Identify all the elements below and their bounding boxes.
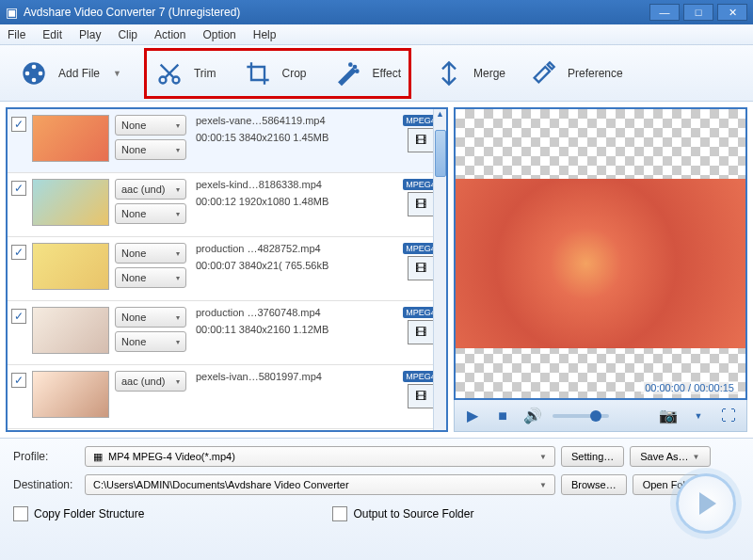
file-name: production …4828752.mp4	[196, 243, 397, 254]
setting-button[interactable]: Setting…	[561, 446, 624, 467]
volume-slider[interactable]	[553, 414, 609, 418]
film-icon: 🎞	[408, 256, 434, 280]
subtitle-dropdown[interactable]: None▾	[115, 139, 186, 160]
scroll-up-icon[interactable]: ▲	[434, 109, 446, 119]
wand-icon	[333, 58, 363, 88]
destination-value: C:\Users\ADMIN\Documents\Avdshare Video …	[93, 479, 349, 490]
save-as-button[interactable]: Save As… ▼	[630, 446, 710, 467]
subtitle-dropdown[interactable]: None▾	[115, 203, 186, 224]
audio-track-dropdown[interactable]: None▾	[115, 115, 186, 136]
subtitle-dropdown[interactable]: None▾	[115, 331, 186, 352]
file-checkbox[interactable]: ✓	[11, 117, 26, 132]
file-row[interactable]: ✓ None▾ None▾ pexels-vane…5864119.mp4 00…	[8, 109, 446, 173]
svg-point-2	[39, 71, 43, 75]
player-controls: ▶ ■ 🔊 📷 ▼ ⛶	[454, 400, 747, 432]
scrollbar-thumb[interactable]	[435, 130, 446, 177]
destination-dropdown[interactable]: C:\Users\ADMIN\Documents\Avdshare Video …	[85, 474, 555, 495]
subtitle-dropdown[interactable]: None▾	[115, 267, 186, 288]
svg-point-7	[353, 65, 355, 67]
file-list: ✓ None▾ None▾ pexels-vane…5864119.mp4 00…	[8, 109, 446, 430]
preference-button[interactable]: Preference	[528, 58, 623, 88]
preview-panel: 00:00:00 / 00:00:15 ▶ ■ 🔊 📷 ▼ ⛶	[454, 107, 747, 432]
file-list-panel: ✓ None▾ None▾ pexels-vane…5864119.mp4 00…	[6, 107, 448, 432]
minimize-button[interactable]: —	[649, 4, 680, 21]
volume-icon[interactable]: 🔊	[522, 406, 543, 426]
file-thumbnail	[32, 179, 109, 226]
tools-icon	[528, 58, 558, 88]
audio-track-dropdown[interactable]: aac (und)▾	[115, 179, 186, 200]
time-total: 00:00:15	[694, 382, 734, 393]
menu-file[interactable]: File	[8, 28, 25, 41]
stop-button[interactable]: ■	[492, 406, 513, 426]
snapshot-dropdown[interactable]: ▼	[688, 406, 709, 426]
menu-help[interactable]: Help	[253, 28, 277, 41]
file-track-controls: aac (und)▾	[115, 371, 186, 392]
convert-button[interactable]	[676, 473, 736, 534]
preference-label: Preference	[568, 67, 623, 80]
add-file-button[interactable]: Add File ▼	[19, 58, 121, 88]
merge-icon	[434, 58, 464, 88]
file-row[interactable]: ✓ aac (und)▾ None▾ pexels-kind…8186338.m…	[8, 173, 446, 237]
file-checkbox[interactable]: ✓	[11, 245, 26, 260]
file-track-controls: None▾ None▾	[115, 307, 186, 352]
dropdown-icon: ▼	[539, 453, 547, 461]
file-checkbox[interactable]: ✓	[11, 373, 26, 388]
time-current: 00:00:00	[645, 382, 685, 393]
crop-button[interactable]: Crop	[243, 58, 307, 88]
edit-tools-highlight: Trim Crop Effect	[144, 48, 411, 99]
fullscreen-button[interactable]: ⛶	[718, 406, 739, 426]
add-file-label: Add File	[58, 67, 100, 80]
file-checkbox[interactable]: ✓	[11, 309, 26, 324]
options-row: Copy Folder Structure Output to Source F…	[13, 506, 740, 521]
file-thumbnail	[32, 371, 109, 418]
app-icon: ▣	[6, 5, 18, 20]
close-button[interactable]: ✕	[717, 4, 747, 21]
file-checkbox[interactable]: ✓	[11, 181, 26, 196]
svg-point-3	[32, 77, 37, 82]
preview-timecode: 00:00:00 / 00:00:15	[641, 381, 738, 394]
bottom-panel: Profile: ▦ MP4 MPEG-4 Video(*.mp4) ▼ Set…	[0, 439, 753, 560]
film-icon: 🎞	[408, 128, 434, 152]
copy-folder-checkbox[interactable]: Copy Folder Structure	[13, 506, 144, 521]
file-track-controls: aac (und)▾ None▾	[115, 179, 186, 224]
file-name: pexels-ivan…5801997.mp4	[196, 371, 397, 382]
browse-button[interactable]: Browse…	[561, 474, 627, 495]
menu-clip[interactable]: Clip	[118, 28, 137, 41]
play-button[interactable]: ▶	[462, 406, 483, 426]
menu-action[interactable]: Action	[154, 28, 185, 41]
output-source-label: Output to Source Folder	[353, 507, 473, 520]
audio-track-dropdown[interactable]: None▾	[115, 243, 186, 264]
output-source-checkbox[interactable]: Output to Source Folder	[332, 506, 473, 521]
merge-button[interactable]: Merge	[434, 58, 505, 88]
profile-dropdown[interactable]: ▦ MP4 MPEG-4 Video(*.mp4) ▼	[85, 446, 555, 467]
menu-option[interactable]: Option	[202, 28, 235, 41]
dropdown-icon: ▼	[539, 481, 547, 489]
format-icon: ▦	[93, 451, 103, 463]
destination-row: Destination: C:\Users\ADMIN\Documents\Av…	[13, 474, 740, 495]
scrollbar[interactable]: ▲	[433, 109, 446, 430]
destination-label: Destination:	[13, 478, 79, 491]
audio-track-dropdown[interactable]: None▾	[115, 307, 186, 328]
film-icon: 🎞	[408, 384, 434, 408]
svg-point-9	[349, 63, 351, 65]
window-controls: — □ ✕	[649, 4, 747, 21]
volume-thumb[interactable]	[590, 410, 601, 422]
trim-button[interactable]: Trim	[154, 58, 216, 88]
file-info: production …3760748.mp4 00:00:11 3840x21…	[192, 307, 397, 335]
menu-edit[interactable]: Edit	[42, 28, 62, 41]
file-details: 00:00:07 3840x21( 765.56kB	[196, 260, 397, 271]
copy-folder-label: Copy Folder Structure	[34, 507, 144, 520]
maximize-button[interactable]: □	[683, 4, 713, 21]
menu-play[interactable]: Play	[79, 28, 101, 41]
profile-label: Profile:	[13, 450, 79, 463]
file-row[interactable]: ✓ None▾ None▾ production …4828752.mp4 00…	[8, 237, 446, 301]
audio-track-dropdown[interactable]: aac (und)▾	[115, 371, 186, 392]
file-name: pexels-vane…5864119.mp4	[196, 115, 397, 126]
file-row[interactable]: ✓ aac (und)▾ pexels-ivan…5801997.mp4 MPE…	[8, 365, 446, 429]
effect-button[interactable]: Effect	[333, 58, 401, 88]
film-icon: 🎞	[408, 192, 434, 216]
snapshot-button[interactable]: 📷	[658, 406, 679, 426]
file-row[interactable]: ✓ None▾ None▾ production …3760748.mp4 00…	[8, 301, 446, 365]
film-reel-icon	[19, 58, 49, 88]
file-details: 00:00:11 3840x2160 1.12MB	[196, 324, 397, 335]
